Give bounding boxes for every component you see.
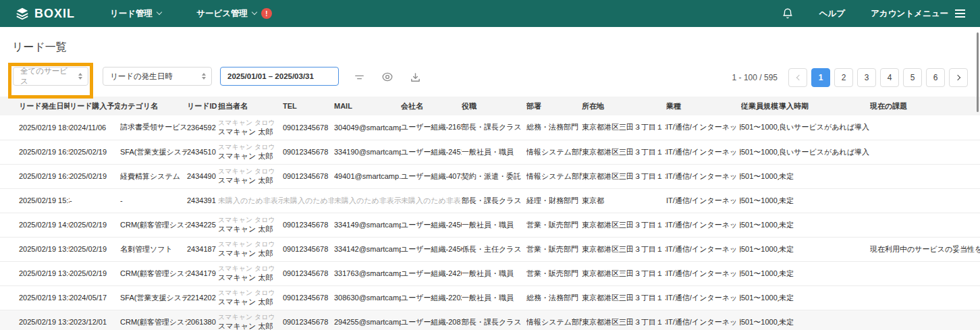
col-contact[interactable]: 担当者名 <box>218 97 283 115</box>
date-type-select[interactable]: リードの発生日時 <box>103 67 212 86</box>
cell-purchase: - <box>70 188 120 213</box>
cell-company: 未購入のため非表示 <box>401 188 462 213</box>
cell-contact: スマキャン タロウスマキャン 太郎 <box>218 140 283 164</box>
table-row[interactable]: 2025/02/19 16:572025/02/19SFA(営業支援システム)2… <box>0 140 980 164</box>
col-purchase[interactable]: リード購入予定日 <box>70 97 120 115</box>
contact-name: スマキャン 太郎 <box>218 248 279 258</box>
col-timing[interactable]: 導入時期 <box>779 97 870 115</box>
lead-table: リード発生日時↓リード購入予定日カテゴリ名リードID担当者名TELMAIL会社名… <box>0 97 980 330</box>
col-tel[interactable]: TEL <box>283 97 334 115</box>
main-nav: リード管理サービス管理! <box>110 8 272 20</box>
next-page-button[interactable] <box>949 68 968 87</box>
cell-position: 一般社員・職員 <box>462 261 526 285</box>
account-menu[interactable]: アカウントメニュー <box>871 8 965 20</box>
cell-department: 情報システム部門 <box>526 310 582 330</box>
cell-purchase: 2025/02/19 <box>70 237 120 261</box>
page-button-3[interactable]: 3 <box>857 68 876 87</box>
cell-category: CRM(顧客管理システム) <box>120 261 187 285</box>
table-row[interactable]: 2025/02/19 13:462025/02/19CRM(顧客管理システム)2… <box>0 261 980 285</box>
table-row[interactable]: 2025/02/19 18:072024/11/06請求書受領サービス23645… <box>0 115 980 140</box>
col-size[interactable]: 従業員規模 <box>741 97 779 115</box>
cell-lead_id: 2434510 <box>187 140 218 164</box>
cell-category: 名刺管理ソフト <box>120 237 187 261</box>
cell-purchase: 2024/11/06 <box>70 115 120 140</box>
page-button-6[interactable]: 6 <box>926 68 945 87</box>
col-department[interactable]: 部署 <box>526 97 582 115</box>
select-arrows-icon <box>195 73 206 80</box>
cell-timing: 良いサービスがあれば導入したい <box>779 140 870 164</box>
col-lead_id[interactable]: リードID <box>187 97 218 115</box>
col-industry[interactable]: 業種 <box>666 97 741 115</box>
date-range-input[interactable]: 2025/01/01 – 2025/03/31 <box>220 67 339 86</box>
annotation-highlight-box: 全てのサービス <box>8 63 93 99</box>
bell-icon[interactable] <box>782 7 794 20</box>
cell-issue <box>870 261 980 285</box>
cell-position: 一般社員・職員 <box>462 213 526 237</box>
col-issue[interactable]: 現在の課題 <box>870 97 980 115</box>
cell-position: 部長・課長クラス <box>462 310 526 330</box>
table-row[interactable]: 2025/02/19 13:502025/02/19名刺管理ソフト2434187… <box>0 237 980 261</box>
help-link[interactable]: ヘルプ <box>819 8 845 20</box>
eye-icon[interactable] <box>381 71 393 83</box>
col-mail[interactable]: MAIL <box>334 97 401 115</box>
cell-position: 部長・課長クラス <box>462 115 526 140</box>
cell-department: 総務・法務部門 <box>526 285 582 310</box>
page-button-2[interactable]: 2 <box>834 68 853 87</box>
cell-location: 東京都 <box>582 188 666 213</box>
contact-kana: スマキャン タロウ <box>218 216 279 224</box>
nav-item-0[interactable]: リード管理 <box>110 8 161 20</box>
cell-date: 2025/02/19 14:05 <box>0 213 70 237</box>
filter-lines-icon[interactable] <box>354 72 365 83</box>
cell-timing: 良いサービスがあれば導入したい <box>779 115 870 140</box>
cell-position: 契約・派遣・委託 <box>462 164 526 188</box>
page-button-1[interactable]: 1 <box>811 68 830 87</box>
cell-issue <box>870 213 980 237</box>
cell-department: 情報システム部門 <box>526 140 582 164</box>
table-row[interactable]: 2025/02/19 13:392024/05/17SFA(営業支援システム)2… <box>0 285 980 310</box>
page-title: リード一覧 <box>12 40 980 55</box>
table-row[interactable]: 2025/02/19 15:33--2434391未購入のため非表示未購入のため… <box>0 188 980 213</box>
page-button-5[interactable]: 5 <box>903 68 922 87</box>
cell-company: ユーザー組織-40735 <box>401 164 462 188</box>
cell-tel: 09012345678 <box>283 310 334 330</box>
layers-icon <box>15 6 30 21</box>
prev-page-button[interactable] <box>788 68 807 87</box>
cell-tel: 09012345678 <box>283 285 334 310</box>
cell-issue <box>870 164 980 188</box>
service-filter-select[interactable]: 全てのサービス <box>13 67 88 86</box>
cell-size: 501〜1000人 <box>741 115 779 140</box>
col-category[interactable]: カテゴリ名 <box>120 97 187 115</box>
cell-issue <box>870 310 980 330</box>
nav-item-1[interactable]: サービス管理! <box>196 8 272 20</box>
cell-category: SFA(営業支援システム) <box>120 285 187 310</box>
contact-kana: スマキャン タロウ <box>218 289 279 297</box>
cell-mail: 294255@smartcamp.test <box>334 310 401 330</box>
cell-lead_id: 2061380 <box>187 310 218 330</box>
cell-mail: 334142@smartcamp.test <box>334 237 401 261</box>
table-row[interactable]: 2025/02/19 16:392025/02/19経費精算システム243449… <box>0 164 980 188</box>
contact-name: スマキャン 太郎 <box>218 175 279 185</box>
contact-kana: スマキャン タロウ <box>218 143 279 151</box>
table-row[interactable]: 2025/02/19 14:052025/02/19CRM(顧客管理システム)2… <box>0 213 980 237</box>
download-icon[interactable] <box>410 72 421 83</box>
contact-kana: スマキャン タロウ <box>218 265 279 273</box>
cell-contact: スマキャン タロウスマキャン 太郎 <box>218 115 283 140</box>
chevron-left-icon <box>796 75 801 80</box>
vertical-scrollbar[interactable] <box>977 32 979 112</box>
cell-industry: IT/通信/インターネット系 <box>666 237 741 261</box>
cell-company: ユーザー組織-242646 <box>401 261 462 285</box>
boxil-logo[interactable]: BOXIL <box>15 6 75 21</box>
cell-department: 経理・財務部門 <box>526 188 582 213</box>
table-row[interactable]: 2025/02/19 13:372023/12/01CRM(顧客管理システム)2… <box>0 310 980 330</box>
cell-date: 2025/02/19 13:50 <box>0 237 70 261</box>
contact-name: スマキャン 太郎 <box>218 127 279 136</box>
col-position[interactable]: 役職 <box>462 97 526 115</box>
cell-purchase: 2025/02/19 <box>70 213 120 237</box>
page-button-4[interactable]: 4 <box>880 68 899 87</box>
cell-tel: 09012345678 <box>283 164 334 188</box>
contact-name: スマキャン 太郎 <box>218 273 279 282</box>
col-company[interactable]: 会社名 <box>401 97 462 115</box>
col-location[interactable]: 所在地 <box>582 97 666 115</box>
cell-category: - <box>120 188 187 213</box>
col-date[interactable]: リード発生日時↓ <box>0 97 70 115</box>
